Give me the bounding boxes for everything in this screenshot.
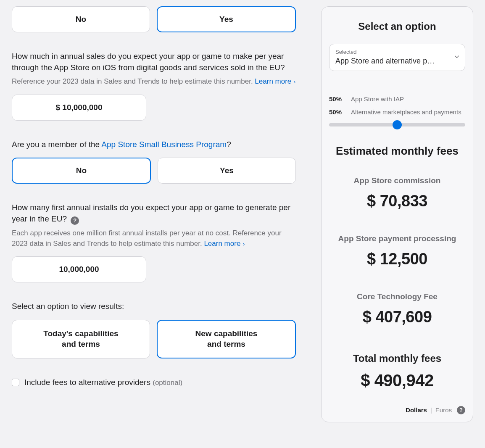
chevron-right-icon: › (241, 241, 245, 247)
sbp-link[interactable]: App Store Small Business Program (101, 140, 227, 149)
summary-card: Select an option Selected App Store and … (321, 6, 473, 422)
estimated-fees-title: Estimated monthly fees (329, 143, 465, 158)
currency-help-icon[interactable]: ? (457, 406, 465, 414)
installs-learn-more-link[interactable]: Learn more › (204, 240, 245, 248)
installs-help-icon[interactable]: ? (71, 216, 79, 225)
slider-knob[interactable] (393, 120, 402, 129)
split-row-alt: 50% Alternative marketplaces and payment… (329, 108, 465, 116)
installs-subtext: Each app receives one million first annu… (12, 228, 296, 249)
currency-dollars[interactable]: Dollars (406, 406, 427, 414)
todays-capabilities-button[interactable]: Today's capabilities and terms (12, 320, 150, 358)
option-select[interactable]: Selected App Store and alternative p… (329, 44, 465, 71)
annual-sales-subtext: Reference your 2023 data in Sales and Tr… (12, 76, 296, 87)
new-capabilities-button[interactable]: New capabilities and terms (157, 320, 296, 358)
include-fees-label: Include fees to alternative providers (o… (24, 377, 182, 388)
installs-question: How many first annual installs do you ex… (12, 202, 296, 225)
split-row-iap: 50% App Store with IAP (329, 95, 465, 103)
installs-input[interactable]: 10,000,000 (12, 256, 146, 282)
sbp-no-button[interactable]: No (12, 158, 151, 184)
currency-euros[interactable]: Euros (435, 406, 452, 414)
chevron-right-icon: › (292, 79, 295, 85)
chevron-down-icon (454, 52, 460, 63)
fee-payment-processing: App Store payment processing $ 12,500 (329, 233, 465, 270)
fee-commission: App Store commission $ 70,833 (329, 175, 465, 212)
annual-sales-question: How much in annual sales do you expect y… (12, 51, 296, 73)
view-results-label: Select an option to view results: (12, 301, 296, 312)
split-slider[interactable] (329, 123, 465, 126)
q1-no-button[interactable]: No (12, 6, 150, 32)
q1-yes-button[interactable]: Yes (157, 6, 296, 32)
select-option-title: Select an option (329, 19, 465, 34)
fee-core-tech: Core Technology Fee $ 407,609 (329, 291, 465, 328)
annual-sales-learn-more-link[interactable]: Learn more › (255, 77, 295, 85)
sbp-question: Are you a member of the App Store Small … (12, 139, 296, 150)
total-fees: Total monthly fees $ 490,942 (329, 341, 465, 397)
include-fees-checkbox[interactable] (12, 379, 19, 386)
annual-sales-input[interactable]: $ 10,000,000 (12, 95, 146, 121)
sbp-yes-button[interactable]: Yes (158, 158, 296, 184)
